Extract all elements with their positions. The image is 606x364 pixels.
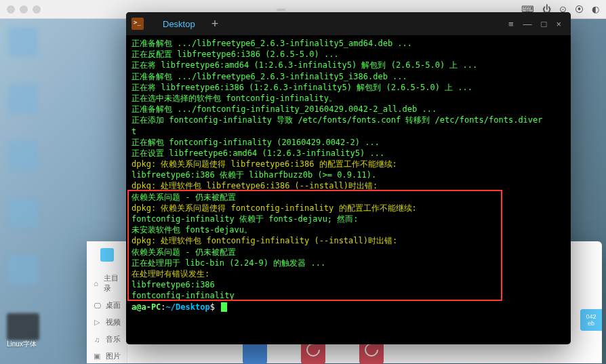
time-icon[interactable]: ◐ <box>592 4 599 14</box>
terminal-line: dpkg: 依赖关系问题使得 libfreetype6:i386 的配置工作不能… <box>132 159 565 169</box>
prompt-user: a@a-PC <box>132 302 161 312</box>
desktop-icon[interactable] <box>8 84 38 114</box>
menu-button[interactable]: ≡ <box>508 19 514 29</box>
desktop-icon: 🖵 <box>92 301 102 310</box>
maximize-button[interactable]: □ <box>542 19 547 29</box>
desktop-icon[interactable] <box>8 198 38 228</box>
terminal-line: 正在处理用于 libc-bin (2.24-9) 的触发器 ... <box>132 258 565 268</box>
terminal-line: 正在将 libfreetype6:i386 (1:2.6.3-infinalit… <box>132 82 565 93</box>
terminal-window[interactable]: Desktop + ≡ — □ × 正准备解包 .../libfreetype6… <box>126 12 571 344</box>
terminal-line: 正在选中未选择的软件包 fontconfig-infinality。 <box>132 93 565 104</box>
terminal-line: 正在将 libfreetype6:amd64 (1:2.6.3-infinali… <box>132 60 565 70</box>
desktop-icons-column <box>8 27 38 285</box>
terminal-titlebar[interactable]: Desktop + ≡ — □ × <box>126 12 571 35</box>
terminal-line: fontconfig-infinality 依赖于 fonts-dejavu; … <box>132 214 565 224</box>
desktop-folder-label: Linux字体 <box>7 340 37 349</box>
picture-icon: ▣ <box>92 352 102 361</box>
terminal-line: 正准备解包 .../fontconfig-infinality_20160429… <box>132 104 565 115</box>
home-icon: ⌂ <box>92 279 100 288</box>
maximize-window-button[interactable] <box>33 5 41 14</box>
minimize-button[interactable]: — <box>523 19 532 29</box>
desktop-icon[interactable] <box>8 255 38 285</box>
file-badge[interactable]: 042 eb <box>580 309 602 331</box>
terminal-line: 正在添加 fontconfig-infinality 导致 /etc/fonts… <box>132 115 565 125</box>
file-manager-logo[interactable] <box>100 248 114 262</box>
new-tab-button[interactable]: + <box>205 17 226 31</box>
terminal-app-icon <box>132 18 144 30</box>
music-icon: ♫ <box>92 335 102 344</box>
terminal-tab-desktop[interactable]: Desktop <box>153 19 205 29</box>
close-button[interactable]: × <box>556 19 561 29</box>
terminal-cursor <box>221 302 227 312</box>
terminal-line: t <box>132 126 565 137</box>
terminal-line: dpkg: 处理软件包 libfreetype6:i386 (--install… <box>132 180 565 191</box>
terminal-line: 正在设置 libfreetype6:amd64 (1:2.6.3-infinal… <box>132 148 565 159</box>
terminal-line: dpkg: 依赖关系问题使得 fontconfig-infinality 的配置… <box>132 203 565 214</box>
desktop-folder-icon[interactable] <box>7 313 39 340</box>
video-icon: ▷ <box>92 318 102 327</box>
terminal-body[interactable]: 正准备解包 .../libfreetype6_2.6.3-infinality5… <box>126 35 571 344</box>
desktop-icon[interactable] <box>8 27 38 57</box>
terminal-line: 正在反配置 libfreetype6:i386 (2.6.5-5.0) ... <box>132 49 565 60</box>
terminal-line: 依赖关系问题 - 仍未被配置 <box>132 192 565 203</box>
terminal-line: 未安装软件包 fonts-dejavu。 <box>132 224 565 235</box>
file-manager-sidebar: ⌂主目录 🖵桌面 ▷视频 ♫音乐 ▣图片 🗎文档 ⬇下载 <box>87 241 127 363</box>
sidebar-item-desktop[interactable]: 🖵桌面 <box>87 297 127 314</box>
sidebar-item-pictures[interactable]: ▣图片 <box>87 348 127 364</box>
minimize-window-button[interactable] <box>20 5 28 14</box>
sidebar-item-videos[interactable]: ▷视频 <box>87 314 127 331</box>
sidebar-item-home[interactable]: ⌂主目录 <box>87 270 127 297</box>
status-icon[interactable]: ⦿ <box>575 4 584 14</box>
terminal-line: 正准备解包 .../libfreetype6_2.6.3-infinality5… <box>132 38 565 49</box>
terminal-line: libfreetype6:i386 <box>132 279 565 290</box>
terminal-window-controls: ≡ — □ × <box>508 19 565 29</box>
terminal-line: fontconfig-infinality <box>132 290 565 301</box>
sidebar-item-music[interactable]: ♫音乐 <box>87 331 127 348</box>
terminal-line: dpkg: 处理软件包 fontconfig-infinality (--ins… <box>132 235 565 246</box>
terminal-line: 在处理时有错误发生: <box>132 268 565 279</box>
terminal-line: 依赖关系问题 - 仍未被配置 <box>132 247 565 258</box>
terminal-line: 正在解包 fontconfig-infinality (20160429.004… <box>132 137 565 148</box>
terminal-prompt[interactable]: a@a-PC:~/Desktop$ <box>132 302 565 312</box>
terminal-line: 正准备解包 .../libfreetype6_2.6.3-infinality5… <box>132 71 565 82</box>
prompt-path: ~/Desktop <box>166 302 210 312</box>
traffic-lights <box>7 5 41 14</box>
terminal-line: libfreetype6:i386 依赖于 libharfbuzz0b (>= … <box>132 169 565 180</box>
desktop-icon[interactable] <box>8 141 38 171</box>
close-window-button[interactable] <box>7 5 15 14</box>
